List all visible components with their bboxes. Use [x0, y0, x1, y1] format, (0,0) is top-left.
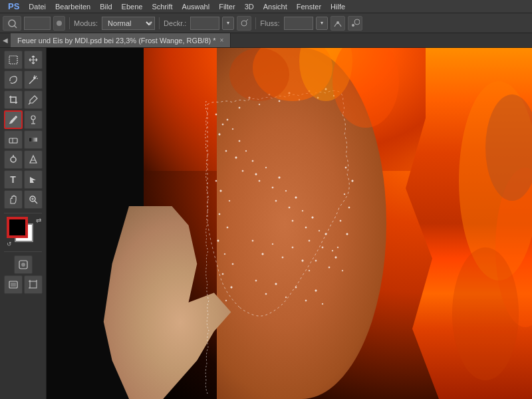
move-icon	[28, 55, 39, 65]
screen-mode-tool[interactable]	[4, 275, 23, 294]
reset-colors-button[interactable]: ↺	[7, 241, 12, 247]
menu-fenster[interactable]: Fenster	[293, 1, 325, 12]
crop-icon	[8, 94, 19, 105]
artboard-icon	[28, 279, 39, 290]
menu-hilfe[interactable]: Hilfe	[327, 1, 349, 12]
svg-point-16	[31, 116, 35, 120]
svg-line-1	[14, 25, 17, 28]
pen-tool[interactable]	[24, 150, 43, 169]
pen-icon	[28, 154, 39, 165]
app-logo: PS	[4, 0, 23, 13]
toolrow-4	[1, 110, 45, 129]
pressure-icon	[333, 19, 342, 28]
menu-datei[interactable]: Datei	[25, 1, 50, 12]
lasso-tool[interactable]	[4, 70, 23, 89]
marquee-tool[interactable]	[4, 51, 23, 69]
tabbar: ◀ Feuer und Eis by MDI.psd bei 23,3% (Fr…	[0, 33, 532, 48]
menu-auswahl[interactable]: Auswahl	[178, 1, 214, 12]
pressure-size-button[interactable]	[348, 16, 362, 31]
magic-wand-icon	[28, 74, 39, 85]
quick-mask-tool[interactable]	[14, 255, 33, 274]
svg-point-20	[11, 157, 16, 162]
toolrow-8	[1, 190, 45, 209]
eyedropper-icon	[28, 94, 39, 105]
svg-line-24	[35, 201, 37, 203]
svg-line-12	[36, 76, 37, 77]
eyedropper-tool[interactable]	[24, 90, 43, 109]
pressure-opacity-button[interactable]	[331, 16, 345, 31]
toolrow-extra1	[1, 255, 45, 274]
menu-filter[interactable]: Filter	[215, 1, 239, 12]
airbrush-toggle[interactable]	[237, 16, 251, 31]
opacity-options-button[interactable]: ▾	[222, 17, 234, 30]
marquee-icon	[8, 55, 19, 65]
dodge-tool[interactable]	[4, 150, 23, 169]
mode-label: Modus:	[74, 19, 98, 27]
pressure-size-icon	[350, 19, 360, 28]
toolrow-6	[1, 150, 45, 169]
zoom-tool[interactable]	[24, 190, 43, 209]
menu-ansicht[interactable]: Ansicht	[259, 1, 291, 12]
toolrow-1	[1, 51, 45, 69]
eraser-icon	[8, 134, 19, 145]
brush-shape-icon	[7, 18, 17, 29]
svg-point-6	[352, 24, 354, 27]
artwork	[47, 48, 532, 399]
eraser-tool[interactable]	[4, 130, 23, 149]
toolrow-3	[1, 90, 45, 109]
svg-point-7	[354, 19, 360, 25]
toolbox: T	[0, 48, 47, 399]
move-tool[interactable]	[24, 51, 43, 69]
menu-schrift[interactable]: Schrift	[148, 1, 176, 12]
tab-title: Feuer und Eis by MDI.psd bei 23,3% (Fros…	[17, 37, 216, 45]
flow-input[interactable]: 100%	[284, 17, 313, 30]
swap-colors-button[interactable]: ⇄	[36, 217, 41, 224]
path-select-tool[interactable]	[24, 170, 43, 189]
svg-point-28	[21, 263, 25, 267]
canvas-inner	[47, 48, 532, 399]
menu-3d[interactable]: 3D	[241, 1, 258, 12]
toolrow-7: T	[1, 170, 45, 189]
menu-bearbeiten[interactable]: Bearbeiten	[51, 1, 94, 12]
menu-bild[interactable]: Bild	[96, 1, 116, 12]
svg-line-4	[246, 19, 248, 21]
toolrow-2	[1, 70, 45, 89]
main-area: T	[0, 48, 532, 399]
magic-wand-tool[interactable]	[24, 70, 43, 89]
brush-size-toggle[interactable]	[53, 16, 65, 31]
brush-size-input[interactable]: 2120	[24, 17, 51, 30]
svg-rect-8	[9, 56, 17, 64]
svg-rect-17	[9, 138, 17, 143]
menu-ebene[interactable]: Ebene	[118, 1, 147, 12]
opacity-input[interactable]: 100%	[190, 17, 219, 30]
gradient-tool[interactable]	[24, 130, 43, 149]
blend-mode-select[interactable]: Normal	[102, 17, 155, 30]
tab-scroll-left[interactable]: ◀	[0, 37, 11, 44]
screen-mode-icon	[8, 279, 19, 290]
foreground-color-swatch[interactable]	[8, 218, 27, 237]
brush-icon	[8, 114, 19, 125]
brush-tool[interactable]	[4, 110, 23, 129]
svg-rect-31	[30, 281, 37, 288]
toolbar: 2120 Modus: Normal Deckr.: 100% ▾ Fluss:…	[0, 13, 532, 33]
lasso-icon	[8, 74, 19, 85]
brush-shape-button[interactable]	[3, 16, 21, 31]
hand-tool[interactable]	[4, 190, 23, 209]
brush-preview-icon	[55, 19, 63, 28]
clone-icon	[28, 114, 39, 125]
svg-point-3	[241, 21, 247, 26]
art-body-skin	[217, 48, 387, 399]
svg-point-5	[336, 21, 339, 24]
tab-close-button[interactable]: ×	[220, 37, 224, 44]
artboard-tool[interactable]	[24, 275, 43, 294]
type-tool[interactable]: T	[4, 170, 23, 189]
opacity-label: Deckr.:	[164, 19, 186, 27]
flow-options-button[interactable]: ▾	[316, 17, 328, 30]
menubar: PS Datei Bearbeiten Bild Ebene Schrift A…	[0, 0, 532, 13]
clone-stamp-tool[interactable]	[24, 110, 43, 129]
canvas-area[interactable]	[47, 48, 532, 399]
crop-tool[interactable]	[4, 90, 23, 109]
document-tab[interactable]: Feuer und Eis by MDI.psd bei 23,3% (Fros…	[11, 33, 231, 47]
svg-rect-19	[29, 138, 37, 142]
airbrush-icon	[239, 19, 249, 28]
